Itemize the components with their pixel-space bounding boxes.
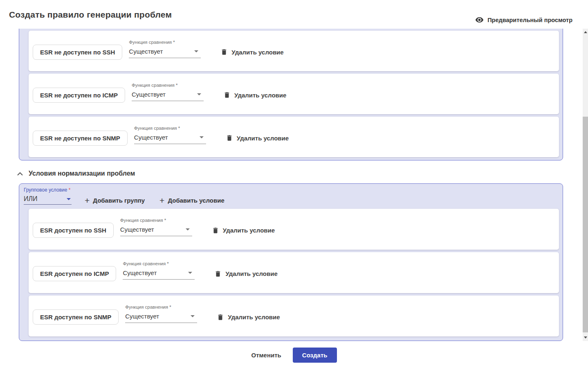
normalization-section-header: Условия нормализации проблем bbox=[17, 170, 582, 177]
scrollbar-down-button[interactable] bbox=[583, 335, 588, 340]
page-title: Создать правило генерации проблем bbox=[9, 10, 172, 20]
trash-icon bbox=[220, 48, 228, 56]
plus-icon: + bbox=[85, 197, 90, 204]
comparison-function-field: Функция сравнения * Существует bbox=[125, 305, 197, 323]
comparison-function-value: Существует bbox=[132, 91, 166, 98]
generation-conditions-group: ESR не доступен по SSH Функция сравнения… bbox=[19, 29, 563, 160]
comparison-function-value: Существует bbox=[123, 269, 157, 276]
delete-condition-label: Удалить условие bbox=[228, 314, 280, 321]
chevron-down-icon bbox=[188, 272, 192, 274]
add-group-label: Добавить группу bbox=[93, 197, 145, 204]
trash-icon bbox=[212, 227, 219, 234]
chevron-down-icon bbox=[67, 198, 71, 200]
comparison-function-label: Функция сравнения * bbox=[123, 261, 195, 266]
group-operator-value: ИЛИ bbox=[24, 195, 38, 203]
group-operator-select[interactable]: ИЛИ bbox=[24, 195, 72, 205]
delete-condition-label: Удалить условие bbox=[231, 49, 283, 56]
triangle-up-icon bbox=[584, 31, 587, 33]
group-condition-label: Групповое условие * bbox=[24, 187, 559, 193]
chevron-down-icon bbox=[200, 136, 204, 138]
add-condition-button[interactable]: + Добавить условие bbox=[159, 197, 224, 204]
plus-icon: + bbox=[159, 197, 164, 204]
condition-chip[interactable]: ESR не доступен по ICMP bbox=[33, 88, 125, 103]
trash-icon bbox=[223, 91, 231, 99]
required-asterisk: * bbox=[69, 187, 71, 193]
comparison-function-value: Существует bbox=[125, 313, 159, 320]
chevron-down-icon bbox=[194, 50, 198, 52]
comparison-function-value: Существует bbox=[120, 226, 154, 233]
comparison-function-select[interactable]: Существует bbox=[134, 134, 206, 144]
eye-icon bbox=[475, 16, 484, 24]
comparison-function-field: Функция сравнения * Существует bbox=[134, 126, 206, 144]
create-button[interactable]: Создать bbox=[293, 348, 337, 363]
normalization-cards: ESR доступен по SSH Функция сравнения * … bbox=[29, 209, 559, 336]
footer-actions: Отменить Создать bbox=[0, 348, 582, 363]
vertical-scrollbar[interactable] bbox=[583, 29, 588, 341]
add-condition-label: Добавить условие bbox=[168, 197, 224, 204]
comparison-function-label: Функция сравнения * bbox=[120, 218, 192, 223]
comparison-function-select[interactable]: Существует bbox=[123, 269, 195, 280]
delete-condition-button[interactable]: Удалить условие bbox=[214, 270, 277, 278]
comparison-function-label: Функция сравнения * bbox=[129, 40, 201, 45]
comparison-function-field: Функция сравнения * Существует bbox=[132, 83, 204, 101]
condition-card: ESR не доступен по ICMP Функция сравнени… bbox=[29, 74, 559, 114]
delete-condition-label: Удалить условие bbox=[237, 135, 289, 142]
group-operator-row: ИЛИ + Добавить группу + Добавить условие bbox=[24, 195, 559, 205]
chevron-down-icon bbox=[191, 315, 195, 317]
condition-chip[interactable]: ESR доступен по SSH bbox=[33, 223, 114, 238]
scrollbar-thumb[interactable] bbox=[583, 117, 588, 332]
preview-button-label: Предварительный просмотр bbox=[487, 17, 572, 23]
condition-card: ESR доступен по ICMP Функция сравнения *… bbox=[29, 252, 559, 293]
preview-button[interactable]: Предварительный просмотр bbox=[475, 16, 572, 24]
chevron-up-icon bbox=[17, 172, 23, 176]
condition-chip[interactable]: ESR не доступен по SSH bbox=[33, 45, 122, 60]
comparison-function-field: Функция сравнения * Существует bbox=[129, 40, 201, 58]
group-condition-label-text: Групповое условие bbox=[24, 187, 67, 193]
comparison-function-label: Функция сравнения * bbox=[134, 126, 206, 131]
comparison-function-field: Функция сравнения * Существует bbox=[123, 261, 195, 280]
delete-condition-button[interactable]: Удалить условие bbox=[226, 134, 289, 142]
trash-icon bbox=[226, 134, 233, 142]
chevron-down-icon bbox=[197, 93, 201, 95]
cancel-button[interactable]: Отменить bbox=[246, 348, 287, 363]
comparison-function-select[interactable]: Существует bbox=[120, 226, 192, 236]
condition-card: ESR доступен по SNMP Функция сравнения *… bbox=[29, 296, 559, 336]
section-title: Условия нормализации проблем bbox=[29, 170, 135, 177]
delete-condition-label: Удалить условие bbox=[225, 270, 277, 277]
trash-icon bbox=[217, 314, 224, 321]
comparison-function-label: Функция сравнения * bbox=[125, 305, 197, 309]
triangle-down-icon bbox=[584, 336, 587, 339]
comparison-function-value: Существует bbox=[134, 134, 168, 141]
condition-card: ESR не доступен по SNMP Функция сравнени… bbox=[29, 117, 559, 157]
condition-chip[interactable]: ESR доступен по SNMP bbox=[33, 309, 119, 325]
scrollbar-up-button[interactable] bbox=[583, 29, 588, 35]
chevron-down-icon bbox=[186, 228, 190, 230]
condition-card: ESR не доступен по SSH Функция сравнения… bbox=[29, 31, 559, 71]
condition-card: ESR доступен по SSH Функция сравнения * … bbox=[29, 209, 559, 250]
delete-condition-label: Удалить условие bbox=[223, 227, 275, 234]
delete-condition-button[interactable]: Удалить условие bbox=[217, 314, 280, 321]
comparison-function-field: Функция сравнения * Существует bbox=[120, 218, 192, 236]
form-scroll-area: ESR не доступен по SSH Функция сравнения… bbox=[0, 29, 582, 341]
comparison-function-label: Функция сравнения * bbox=[132, 83, 204, 88]
comparison-function-value: Существует bbox=[129, 48, 163, 55]
comparison-function-select[interactable]: Существует bbox=[132, 91, 204, 101]
condition-chip[interactable]: ESR доступен по ICMP bbox=[33, 266, 116, 281]
delete-condition-button[interactable]: Удалить условие bbox=[220, 48, 283, 56]
collapse-section-button[interactable] bbox=[17, 172, 23, 176]
delete-condition-button[interactable]: Удалить условие bbox=[212, 227, 275, 234]
comparison-function-select[interactable]: Существует bbox=[129, 48, 201, 58]
comparison-function-select[interactable]: Существует bbox=[125, 313, 197, 323]
add-group-button[interactable]: + Добавить группу bbox=[85, 197, 145, 204]
trash-icon bbox=[214, 270, 222, 278]
condition-chip[interactable]: ESR не доступен по SNMP bbox=[33, 131, 128, 146]
normalization-conditions-group: Групповое условие * ИЛИ + Добавить групп… bbox=[19, 183, 563, 341]
delete-condition-button[interactable]: Удалить условие bbox=[223, 91, 286, 99]
delete-condition-label: Удалить условие bbox=[234, 92, 286, 99]
